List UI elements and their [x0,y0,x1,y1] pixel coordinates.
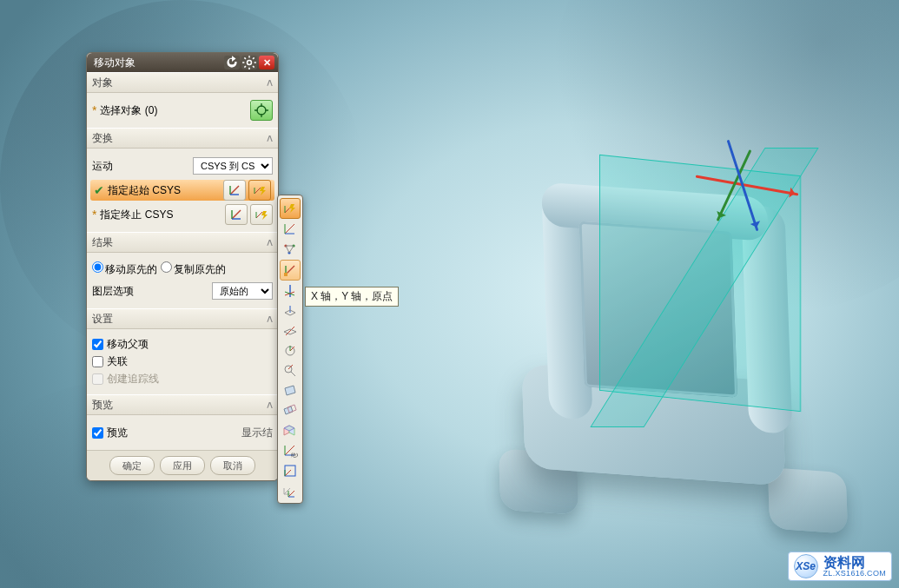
layer-option-label: 图层选项 [92,284,212,299]
csys-option-origin-xy[interactable] [281,220,300,239]
checkbox-input[interactable] [92,427,103,439]
csys-option-three-planes[interactable] [281,421,300,440]
radio-move-original[interactable]: 移动原先的 [92,261,157,277]
x-y-origin-csys-icon [282,262,298,278]
chevron-up-icon: ʌ [267,236,273,248]
label-text: 移动父项 [107,337,149,352]
csys-option-absolute[interactable]: 绝对 [281,441,300,460]
check-trace: 创建追踪线 [92,372,273,386]
start-csys-label: ✔ 指定起始 CSYS [94,183,221,198]
plane-vector-icon [282,303,298,319]
radio-input[interactable] [92,261,103,273]
csys-option-x-y-origin[interactable] [280,260,301,281]
end-csys-label: * 指定终止 CSYS [92,208,222,222]
label-text: 关联 [107,354,128,369]
checkbox-input[interactable] [92,356,103,367]
chevron-up-icon: ʌ [267,76,273,89]
watermark: XSe 资料网 ZL.XS1616.COM [788,552,892,581]
section-settings-header[interactable]: 设置 ʌ [87,308,278,329]
select-object-label: * 选择对象 (0) [92,103,248,118]
svg-rect-5 [284,273,288,276]
chevron-up-icon: ʌ [267,132,273,144]
chevron-up-icon: ʌ [267,399,273,411]
section-title: 结果 [92,235,113,250]
motion-select[interactable]: CSYS 到 CSYS [193,157,273,175]
csys-option-offset[interactable] [281,401,300,420]
section-result-header[interactable]: 结果 ʌ [87,232,278,253]
absolute-csys-icon: 绝对 [282,443,298,459]
part-foot [768,467,848,534]
section-preview-header[interactable]: 预览 ʌ [87,394,278,415]
checkbox-input[interactable] [92,339,103,350]
csys-option-current-view[interactable] [281,461,300,480]
checkbox-input [92,373,103,385]
section-title: 预览 [92,398,113,413]
offset-csys-icon [282,483,298,499]
check-associate[interactable]: 关联 [92,354,273,369]
dialog-footer: 确定 应用 取消 [87,450,278,480]
close-icon: ✕ [263,57,271,69]
move-object-dialog: 移动对象 ✕ 对象 ʌ * 选择对象 (0) 变换 ʌ [86,52,279,481]
csys-option-offset-csys[interactable] [281,481,300,500]
ok-button[interactable]: 确定 [109,456,155,475]
offset-plane-icon [282,403,298,419]
select-object-button[interactable] [250,100,273,121]
csys-option-three-points[interactable] [281,240,300,259]
csys-option-arc-center[interactable] [281,341,300,360]
csys-dropdown-button[interactable] [250,204,273,225]
csys-option-object[interactable] [281,361,300,380]
ok-icon: ✔ [94,184,104,196]
section-settings-body: 移动父项 关联 创建追踪线 [87,329,278,394]
settings-button[interactable] [241,56,257,69]
section-objects-header[interactable]: 对象 ʌ [87,72,278,93]
csys-option-inferred[interactable] [280,198,301,219]
three-points-icon [282,241,298,257]
section-title: 对象 [92,76,113,90]
show-result-label: 显示结 [241,426,273,440]
target-icon [254,103,268,117]
view-csys-icon [282,463,298,479]
section-preview-body: 预览 显示结 [87,415,278,450]
close-button[interactable]: ✕ [259,56,274,69]
watermark-title: 资料网 [823,556,886,570]
csys-option-two-lines[interactable] [281,381,300,400]
csys-option-plane-x[interactable] [281,321,300,340]
label-text: 创建追踪线 [107,372,159,386]
arc-icon [282,343,298,359]
csys-dropdown-button[interactable] [248,180,271,201]
csys-flash-icon [282,201,298,216]
svg-point-0 [248,61,252,65]
check-preview[interactable]: 预览 [92,426,241,440]
label-text: 移动原先的 [105,263,157,275]
cancel-button[interactable]: 取消 [210,456,255,475]
three-planes-icon [282,423,298,439]
motion-label: 运动 [92,159,193,174]
define-csys-button[interactable] [225,204,248,225]
svg-text:绝对: 绝对 [291,453,298,458]
titlebar[interactable]: 移动对象 ✕ [87,53,278,72]
watermark-url: ZL.XS1616.COM [823,570,886,578]
required-icon: * [92,208,96,221]
radio-copy-original[interactable]: 复制原先的 [161,261,226,277]
plane-icon [282,383,298,399]
csys-icon [282,221,298,237]
csys-option-plane-vector[interactable] [281,301,300,320]
chevron-up-icon: ʌ [267,313,273,325]
radio-input[interactable] [161,261,172,273]
csys-option-z-axis[interactable] [281,281,300,301]
csys-type-dropdown[interactable]: 绝对 [277,195,303,504]
label-text: 复制原先的 [174,263,226,275]
z-axis-icon [282,283,298,299]
define-csys-button[interactable] [223,180,246,201]
section-objects-body: * 选择对象 (0) [87,93,278,128]
label-text: 指定起始 CSYS [108,183,181,198]
required-icon: * [92,104,96,116]
csys-icon [229,208,243,221]
gear-icon [241,55,257,70]
section-title: 变换 [92,131,113,146]
apply-button[interactable]: 应用 [160,456,205,475]
layer-option-select[interactable]: 原始的 [212,282,273,300]
check-move-parent[interactable]: 移动父项 [92,337,273,352]
section-transform-header[interactable]: 变换 ʌ [87,128,278,149]
reset-button[interactable] [224,56,240,69]
